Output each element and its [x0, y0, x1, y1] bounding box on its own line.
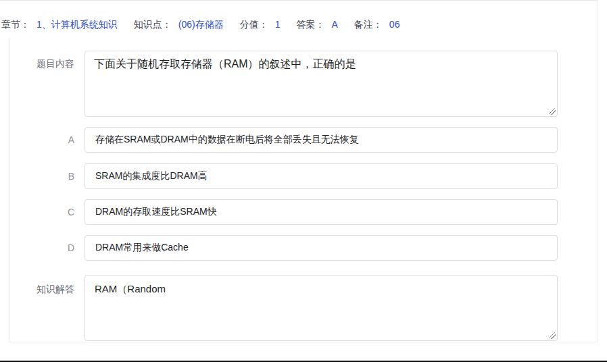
option-a-input[interactable]: [84, 127, 558, 153]
note-label: 备注：: [354, 18, 383, 31]
meta-score: 分值： 1: [240, 18, 281, 31]
explanation-label: 知识解答: [9, 282, 74, 296]
question-content-label: 题目内容: [9, 57, 74, 70]
explanation-textarea[interactable]: RAM（Random: [84, 275, 558, 341]
option-d-label: D: [9, 235, 74, 261]
question-content-field: 下面关于随机存取存储器（RAM）的叙述中，正确的是: [84, 51, 558, 117]
chapter-label: 章节：: [1, 18, 30, 31]
meta-bar: 章节： 1、计算机系统知识 知识点： (06)存储器 分值： 1 答案： A 备…: [0, 0, 598, 37]
option-d-input[interactable]: [84, 235, 558, 261]
meta-knowledge-point: 知识点： (06)存储器: [134, 18, 224, 31]
option-b-label: B: [9, 163, 74, 189]
knowledge-point-value: (06)存储器: [178, 18, 224, 31]
option-a-label: A: [9, 127, 74, 153]
answer-label: 答案：: [297, 18, 325, 31]
card-bottom-border: [9, 342, 598, 342]
topbar-divider: [0, 0, 598, 1]
answer-value: A: [332, 18, 338, 31]
score-label: 分值：: [240, 18, 268, 31]
note-value: 06: [389, 18, 400, 31]
resize-grip-icon[interactable]: [549, 108, 556, 115]
option-c-input[interactable]: [84, 199, 558, 225]
meta-chapter: 章节： 1、计算机系统知识: [1, 18, 118, 31]
option-c-label: C: [9, 199, 74, 225]
question-detail-page: 章节： 1、计算机系统知识 知识点： (06)存储器 分值： 1 答案： A 备…: [0, 0, 607, 364]
meta-answer: 答案： A: [297, 18, 338, 31]
knowledge-point-label: 知识点：: [134, 18, 172, 31]
page-bottom-divider: [0, 361, 607, 362]
card-left-border: [9, 38, 10, 342]
score-value: 1: [275, 18, 281, 31]
question-content-textarea[interactable]: 下面关于随机存取存储器（RAM）的叙述中，正确的是: [84, 51, 558, 117]
meta-note: 备注： 06: [354, 18, 400, 31]
explanation-field: RAM（Random: [84, 275, 558, 341]
chapter-value: 1、计算机系统知识: [37, 18, 118, 31]
option-b-input[interactable]: [84, 163, 558, 189]
resize-grip-icon[interactable]: [549, 332, 556, 339]
card-right-border: [598, 0, 598, 342]
